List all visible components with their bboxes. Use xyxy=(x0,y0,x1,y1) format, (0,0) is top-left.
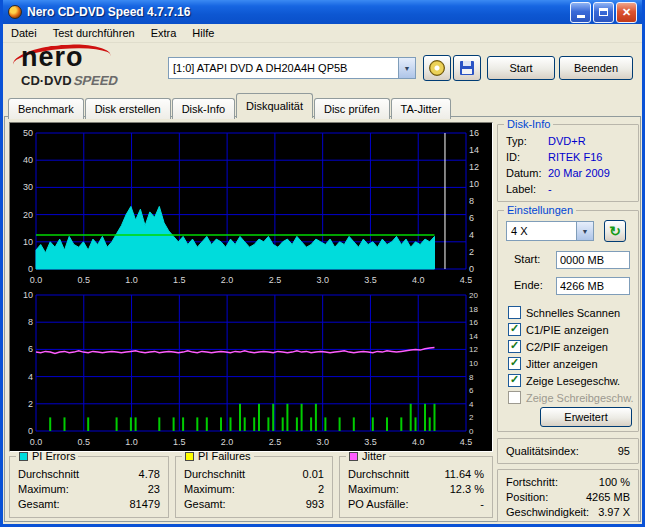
tab-ta-jitter[interactable]: TA-Jitter xyxy=(391,98,452,119)
svg-text:0: 0 xyxy=(469,427,474,436)
checkbox-box xyxy=(508,391,521,404)
menu-bar: Datei Test durchführen Extra Hilfe xyxy=(3,24,642,43)
tab-disk-erstellen[interactable]: Disk erstellen xyxy=(85,98,171,119)
checkbox-box xyxy=(508,340,521,353)
svg-text:6: 6 xyxy=(469,386,474,395)
nero-logo: nero CD·DVDSPEED xyxy=(7,44,165,92)
svg-text:6: 6 xyxy=(28,344,33,354)
stat-row: Maximum:2 xyxy=(176,481,332,496)
stat-row: Maximum:12.3 % xyxy=(340,481,492,496)
svg-text:2.0: 2.0 xyxy=(221,437,234,447)
stat-row: PO Ausfälle:- xyxy=(340,496,492,511)
jitter-legend-swatch xyxy=(349,452,358,461)
drive-select[interactable]: [1:0] ATAPI DVD A DH20A4H QP5B ▼ xyxy=(168,57,416,79)
end-position-row: Ende: xyxy=(498,277,638,295)
refresh-speed-button[interactable]: ↻ xyxy=(604,220,626,242)
title-bar: Nero CD-DVD Speed 4.7.7.16 ✕ xyxy=(3,0,642,24)
svg-text:4.5: 4.5 xyxy=(460,437,473,447)
svg-text:20: 20 xyxy=(469,291,478,300)
chevron-down-icon[interactable]: ▼ xyxy=(576,222,593,240)
advanced-button[interactable]: Erweitert xyxy=(540,407,632,427)
save-button[interactable] xyxy=(453,55,481,81)
quit-button[interactable]: Beenden xyxy=(559,56,633,80)
checkbox-lesegeschw[interactable]: Zeige Lesegeschw. xyxy=(508,373,620,388)
disc-icon xyxy=(429,60,445,76)
stat-row: Maximum:23 xyxy=(10,481,168,496)
svg-text:2.0: 2.0 xyxy=(221,275,234,285)
eject-button[interactable] xyxy=(423,55,451,81)
window-title: Nero CD-DVD Speed 4.7.7.16 xyxy=(27,5,565,19)
tab-disk-info[interactable]: Disk-Info xyxy=(172,98,235,119)
drive-select-value: [1:0] ATAPI DVD A DH20A4H QP5B xyxy=(169,62,398,74)
svg-text:2.5: 2.5 xyxy=(269,275,282,285)
minimize-button[interactable] xyxy=(570,2,591,23)
svg-text:20: 20 xyxy=(23,210,33,220)
quality-index-group: Qualitätsindex: 95 xyxy=(497,438,639,464)
svg-text:0.0: 0.0 xyxy=(30,275,43,285)
menu-hilfe[interactable]: Hilfe xyxy=(184,25,222,41)
svg-text:3.5: 3.5 xyxy=(364,275,377,285)
stat-row: Gesamt:81479 xyxy=(10,496,168,511)
checkbox-box xyxy=(508,306,521,319)
start-button[interactable]: Start xyxy=(487,56,555,80)
scan-speed-value: 4 X xyxy=(507,225,576,237)
svg-text:40: 40 xyxy=(23,155,33,165)
maximize-button[interactable] xyxy=(593,2,614,23)
svg-text:16: 16 xyxy=(469,128,479,138)
minimize-icon xyxy=(577,15,585,18)
svg-text:2: 2 xyxy=(28,399,33,409)
app-icon xyxy=(8,5,22,19)
menu-extra[interactable]: Extra xyxy=(143,25,185,41)
stat-row: Durchschnitt4.78 xyxy=(10,466,168,481)
pi-failures-legend-swatch xyxy=(185,452,194,461)
progress-group: Fortschritt:100 % Position:4265 MB Gesch… xyxy=(497,469,639,522)
svg-text:4: 4 xyxy=(469,400,474,409)
svg-text:12: 12 xyxy=(469,162,479,172)
disk-info-row: Typ:DVD+R xyxy=(498,133,638,149)
tab-diskqualitaet[interactable]: Diskqualität xyxy=(236,93,313,118)
scan-speed-select[interactable]: 4 X ▼ xyxy=(506,221,594,241)
stat-row: Durchschnitt0.01 xyxy=(176,466,332,481)
start-position-row: Start: xyxy=(498,251,638,269)
svg-text:1.0: 1.0 xyxy=(125,275,138,285)
maximize-icon xyxy=(599,8,608,16)
svg-text:10: 10 xyxy=(469,179,479,189)
quality-index-label: Qualitätsindex: xyxy=(506,445,579,457)
disk-info-row: Label:- xyxy=(498,181,638,197)
svg-text:0: 0 xyxy=(469,264,474,274)
refresh-icon: ↻ xyxy=(609,224,621,238)
checkbox-jitter[interactable]: Jitter anzeigen xyxy=(508,356,598,371)
checkbox-schnelles-scannen[interactable]: Schnelles Scannen xyxy=(508,305,620,320)
checkbox-c1-pie[interactable]: C1/PIE anzeigen xyxy=(508,322,609,337)
svg-text:4: 4 xyxy=(469,230,474,240)
svg-text:3.5: 3.5 xyxy=(364,437,377,447)
svg-text:2: 2 xyxy=(469,247,474,257)
svg-text:4.0: 4.0 xyxy=(412,437,425,447)
chevron-down-icon[interactable]: ▼ xyxy=(398,58,415,78)
quality-index-value: 95 xyxy=(618,445,630,457)
svg-text:30: 30 xyxy=(23,182,33,192)
svg-text:12: 12 xyxy=(469,345,478,354)
tab-benchmark[interactable]: Benchmark xyxy=(8,98,84,119)
quality-index-row: Qualitätsindex: 95 xyxy=(498,439,638,463)
start-mb-input[interactable] xyxy=(556,251,630,269)
tab-disc-pruefen[interactable]: Disc prüfen xyxy=(314,98,390,119)
stat-row: Durchschnitt11.64 % xyxy=(340,466,492,481)
logo-speed-text: SPEED xyxy=(72,73,120,88)
settings-title: Einstellungen xyxy=(504,204,576,216)
quality-chart-panel: 5040302010016141210864200.00.51.01.52.02… xyxy=(9,122,493,452)
menu-test-durchfuehren[interactable]: Test durchführen xyxy=(45,25,143,41)
checkbox-c2-pif[interactable]: C2/PIF anzeigen xyxy=(508,339,608,354)
disk-info-row: Datum:20 Mar 2009 xyxy=(498,165,638,181)
pi-errors-legend-swatch xyxy=(19,452,28,461)
svg-text:2.5: 2.5 xyxy=(269,437,282,447)
close-button[interactable]: ✕ xyxy=(616,2,637,23)
disk-info-row: ID:RITEK F16 xyxy=(498,149,638,165)
menu-datei[interactable]: Datei xyxy=(3,25,45,41)
svg-text:0.5: 0.5 xyxy=(78,437,91,447)
pi-errors-chart: 5040302010016141210864200.00.51.01.52.02… xyxy=(10,125,492,287)
ende-mb-input[interactable] xyxy=(556,277,630,295)
svg-text:10: 10 xyxy=(23,237,33,247)
stat-row: Gesamt:993 xyxy=(176,496,332,511)
tab-bar: BenchmarkDisk erstellenDisk-InfoDiskqual… xyxy=(8,93,452,117)
